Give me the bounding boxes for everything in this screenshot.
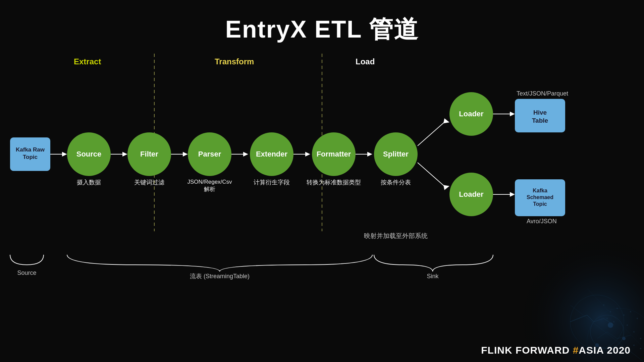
svg-marker-20 bbox=[305, 152, 310, 157]
svg-text:Filter: Filter bbox=[140, 150, 158, 158]
hive-format-label: Text/JSON/Parquet bbox=[517, 90, 568, 97]
svg-marker-26 bbox=[443, 118, 449, 123]
svg-text:Topic: Topic bbox=[533, 201, 547, 207]
svg-text:Kafka Raw: Kafka Raw bbox=[16, 146, 45, 153]
svg-text:Source: Source bbox=[76, 150, 102, 158]
svg-marker-17 bbox=[243, 152, 248, 157]
svg-marker-34 bbox=[510, 192, 515, 197]
svg-text:关键词过滤: 关键词过滤 bbox=[134, 179, 164, 186]
svg-text:Transform: Transform bbox=[215, 57, 254, 66]
bg-tech-decoration bbox=[503, 221, 644, 362]
svg-text:Hive: Hive bbox=[533, 109, 547, 116]
svg-line-27 bbox=[418, 163, 446, 188]
footer-hash: # bbox=[573, 345, 579, 356]
svg-text:映射并加载至外部系统: 映射并加载至外部系统 bbox=[364, 232, 428, 239]
svg-marker-8 bbox=[62, 152, 67, 157]
svg-text:按条件分表: 按条件分表 bbox=[381, 179, 411, 186]
footer-branding: FLINK FORWARD #ASIA 2020 bbox=[481, 345, 631, 356]
svg-text:Schemaed: Schemaed bbox=[527, 194, 553, 200]
svg-text:Extract: Extract bbox=[74, 57, 101, 66]
svg-marker-28 bbox=[443, 185, 449, 190]
svg-text:摄入数据: 摄入数据 bbox=[77, 179, 101, 186]
svg-marker-32 bbox=[510, 112, 515, 116]
svg-text:转换为标准数据类型: 转换为标准数据类型 bbox=[307, 179, 361, 186]
svg-marker-14 bbox=[183, 152, 188, 157]
svg-text:解析: 解析 bbox=[204, 186, 215, 192]
svg-line-25 bbox=[418, 121, 446, 146]
svg-text:Kafka: Kafka bbox=[533, 188, 547, 193]
svg-text:流表 (StreamingTable): 流表 (StreamingTable) bbox=[190, 273, 250, 280]
svg-text:Parser: Parser bbox=[198, 150, 221, 158]
svg-text:Formatter: Formatter bbox=[317, 150, 351, 158]
footer-prefix: FLINK FORWARD bbox=[481, 345, 573, 356]
svg-marker-23 bbox=[367, 152, 372, 157]
svg-text:Loader: Loader bbox=[459, 190, 484, 198]
svg-text:Topic: Topic bbox=[23, 154, 38, 160]
svg-rect-74 bbox=[503, 221, 644, 362]
svg-text:Table: Table bbox=[532, 117, 548, 124]
svg-text:Sink: Sink bbox=[427, 273, 439, 280]
svg-text:Source: Source bbox=[17, 269, 36, 276]
svg-text:Splitter: Splitter bbox=[383, 150, 409, 158]
svg-text:Loader: Loader bbox=[459, 110, 484, 118]
footer-suffix: ASIA 2020 bbox=[579, 345, 631, 356]
svg-text:Load: Load bbox=[356, 57, 375, 66]
page-title: EntryX ETL 管道 bbox=[0, 0, 644, 46]
svg-marker-11 bbox=[122, 152, 127, 157]
svg-text:JSON/Regex/Csv: JSON/Regex/Csv bbox=[187, 179, 232, 185]
svg-text:计算衍生字段: 计算衍生字段 bbox=[254, 179, 290, 186]
svg-text:Extender: Extender bbox=[256, 150, 288, 158]
